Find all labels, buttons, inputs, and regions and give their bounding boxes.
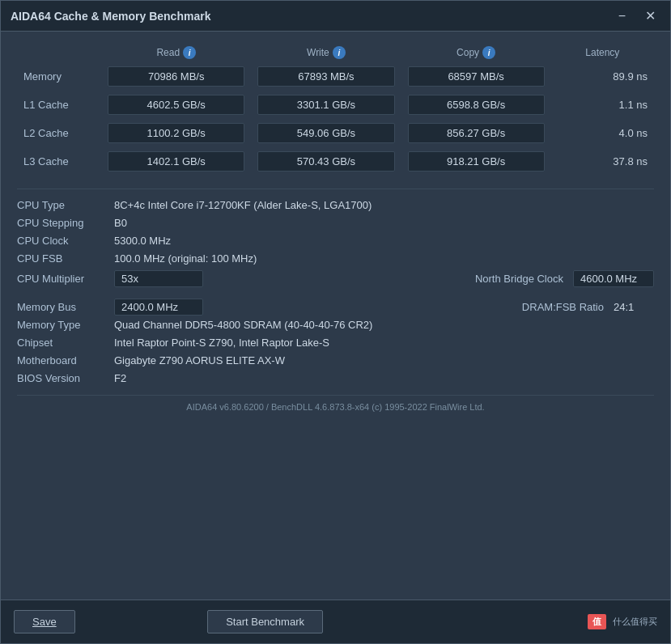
memory-bus-value: 2400.0 MHz [114,299,203,316]
buttonbar: Save Start Benchmark 值 什么值得买 [1,600,670,643]
row-write-0: 67893 MB/s [251,62,401,91]
row-read-2: 1100.2 GB/s [101,119,251,147]
chipset-value: Intel Raptor Point-S Z790, Intel Raptor … [114,337,329,349]
table-row: L1 Cache 4602.5 GB/s 3301.1 GB/s 6598.8 … [17,91,654,119]
row-read-1: 4602.5 GB/s [101,91,251,119]
cpu-multiplier-value: 53x [114,270,203,287]
cpu-type-label: CPU Type [17,199,114,211]
row-read-0: 70986 MB/s [101,62,251,91]
row-copy-2: 856.27 GB/s [401,119,551,147]
row-latency-2: 4.0 ns [551,119,654,147]
read-info-icon[interactable]: i [183,46,196,59]
chipset-label: Chipset [17,337,114,349]
north-bridge-value: 4600.0 MHz [573,270,654,287]
watermark-text: 什么值得买 [613,616,657,628]
cpu-type-value: 8C+4c Intel Core i7-12700KF (Alder Lake-… [114,199,372,211]
sysinfo-section: CPU Type 8C+4c Intel Core i7-12700KF (Al… [17,197,654,388]
row-latency-1: 1.1 ns [551,91,654,119]
watermark: 值 什么值得买 [588,614,657,629]
row-label-3: L3 Cache [17,147,101,176]
titlebar: AIDA64 Cache & Memory Benchmark − ✕ [1,1,670,32]
dram-ratio-value: 24:1 [614,301,654,313]
row-latency-0: 89.9 ns [551,62,654,91]
table-row: L3 Cache 1402.1 GB/s 570.43 GB/s 918.21 … [17,147,654,176]
titlebar-controls: − ✕ [614,8,660,24]
footer-text: AIDA64 v6.80.6200 / BenchDLL 4.6.873.8-x… [17,395,654,415]
table-row: Memory 70986 MB/s 67893 MB/s 68597 MB/s … [17,62,654,91]
save-button[interactable]: Save [14,610,75,633]
row-latency-3: 37.8 ns [551,147,654,176]
north-bridge-label: North Bridge Clock [475,273,563,285]
cpu-clock-value: 5300.0 MHz [114,235,171,247]
row-write-2: 549.06 GB/s [251,119,401,147]
row-write-3: 570.43 GB/s [251,147,401,176]
memory-type-value: Quad Channel DDR5-4800 SDRAM (40-40-40-7… [114,319,372,331]
cpu-fsb-label: CPU FSB [17,252,114,265]
dram-ratio-label: DRAM:FSB Ratio [522,301,604,313]
write-info-icon[interactable]: i [333,46,346,59]
sysinfo-row-cpu-fsb: CPU FSB 100.0 MHz (original: 100 MHz) [17,251,654,269]
row-label-0: Memory [17,62,101,91]
row-write-1: 3301.1 GB/s [251,91,401,119]
cpu-multiplier-label: CPU Multiplier [17,273,114,285]
watermark-badge: 值 [588,614,606,629]
bios-label: BIOS Version [17,372,114,384]
motherboard-label: Motherboard [17,354,114,366]
sysinfo-row-memory-bus: Memory Bus 2400.0 MHz DRAM:FSB Ratio 24:… [17,297,654,317]
table-row: L2 Cache 1100.2 GB/s 549.06 GB/s 856.27 … [17,119,654,147]
sysinfo-row-motherboard: Motherboard Gigabyte Z790 AORUS ELITE AX… [17,353,654,371]
sysinfo-row-bios: BIOS Version F2 [17,371,654,388]
benchmark-table: Read i Write i Copy i [17,43,654,176]
motherboard-value: Gigabyte Z790 AORUS ELITE AX-W [114,354,285,366]
copy-info-icon[interactable]: i [482,46,495,59]
cpu-stepping-value: B0 [114,217,127,229]
col-header-latency: Latency [551,43,654,62]
start-benchmark-button[interactable]: Start Benchmark [207,610,323,633]
cpu-stepping-label: CPU Stepping [17,217,114,229]
minimize-button[interactable]: − [614,8,631,24]
sysinfo-row-cpu-stepping: CPU Stepping B0 [17,215,654,233]
row-label-1: L1 Cache [17,91,101,119]
col-header-write: Write i [251,43,401,62]
row-label-2: L2 Cache [17,119,101,147]
cpu-fsb-value: 100.0 MHz (original: 100 MHz) [114,252,257,265]
sysinfo-row-chipset: Chipset Intel Raptor Point-S Z790, Intel… [17,335,654,353]
window-title: AIDA64 Cache & Memory Benchmark [11,10,210,23]
memory-type-label: Memory Type [17,319,114,331]
sysinfo-row-cpu-multi: CPU Multiplier 53x North Bridge Clock 46… [17,269,654,289]
close-button[interactable]: ✕ [640,8,660,24]
row-copy-0: 68597 MB/s [401,62,551,91]
sysinfo-row-cpu-type: CPU Type 8C+4c Intel Core i7-12700KF (Al… [17,197,654,215]
main-content: Read i Write i Copy i [1,32,670,600]
col-header-copy: Copy i [401,43,551,62]
row-copy-1: 6598.8 GB/s [401,91,551,119]
row-read-3: 1402.1 GB/s [101,147,251,176]
bios-value: F2 [114,372,126,384]
sysinfo-row-memory-type: Memory Type Quad Channel DDR5-4800 SDRAM… [17,317,654,335]
cpu-clock-label: CPU Clock [17,235,114,247]
memory-bus-label: Memory Bus [17,301,114,313]
col-header-read: Read i [101,43,251,62]
sysinfo-row-cpu-clock: CPU Clock 5300.0 MHz [17,233,654,251]
row-copy-3: 918.21 GB/s [401,147,551,176]
main-window: AIDA64 Cache & Memory Benchmark − ✕ Read… [0,0,671,644]
divider-1 [17,189,654,189]
